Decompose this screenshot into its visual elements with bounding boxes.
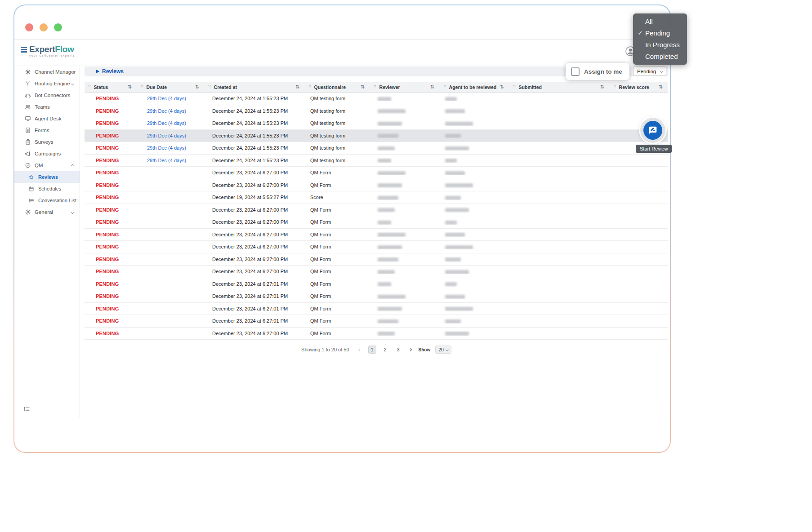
drag-handle-icon[interactable]: ⠿ xyxy=(88,85,91,89)
table-row[interactable]: PENDING December 23, 2024 at 6:27:00 PM … xyxy=(85,167,668,179)
column-header-created-at[interactable]: ⠿Created at ⇅ xyxy=(205,82,305,92)
menu-item-completed[interactable]: Completed xyxy=(633,51,687,62)
redacted-text xyxy=(445,282,457,286)
table-row[interactable]: PENDING December 23, 2024 at 6:27:00 PM … xyxy=(85,328,668,340)
table-row[interactable]: PENDING 29th Dec (4 days) December 24, 2… xyxy=(85,105,668,118)
table-row[interactable]: PENDING 29th Dec (4 days) December 24, 2… xyxy=(85,142,668,155)
table-row[interactable]: PENDING December 23, 2024 at 6:27:00 PM … xyxy=(85,179,668,192)
reviewer-cell xyxy=(370,207,440,213)
menu-item-all[interactable]: All xyxy=(633,16,687,27)
sort-icon[interactable]: ⇅ xyxy=(295,84,299,90)
column-header-due-date[interactable]: ⠿Due Date ⇅ xyxy=(137,82,205,92)
due-date-link[interactable]: 29th Dec (4 days) xyxy=(137,120,205,126)
table-row[interactable]: PENDING December 23, 2024 at 6:27:00 PM … xyxy=(85,229,668,241)
sidebar-item-agent-desk[interactable]: Agent Desk xyxy=(14,113,80,124)
sort-icon[interactable]: ⇅ xyxy=(600,84,604,90)
menu-item-label: All xyxy=(645,18,653,25)
reviewer-cell xyxy=(370,182,440,188)
assign-to-me-checkbox[interactable] xyxy=(571,67,580,76)
traffic-light-minimize[interactable] xyxy=(40,23,48,31)
sort-icon[interactable]: ⇅ xyxy=(361,84,365,90)
page-size-select[interactable]: 20 xyxy=(435,346,451,354)
column-header-questionnaire[interactable]: ⠿Questionnaire ⇅ xyxy=(305,82,370,92)
sort-icon[interactable]: ⇅ xyxy=(500,84,504,90)
page-button-2[interactable]: 2 xyxy=(381,346,389,354)
page-button-3[interactable]: 3 xyxy=(394,346,402,354)
sidebar-item-reviews[interactable]: Reviews xyxy=(14,171,80,183)
sidebar-item-surveys[interactable]: Surveys xyxy=(14,136,80,148)
drag-handle-icon[interactable]: ⠿ xyxy=(513,85,516,89)
breadcrumb[interactable]: Reviews xyxy=(96,68,124,75)
questionnaire-cell: QM Form xyxy=(305,293,370,299)
table-body: PENDING 29th Dec (4 days) December 24, 2… xyxy=(85,93,668,340)
sort-icon[interactable]: ⇅ xyxy=(128,84,132,90)
reviewer-cell xyxy=(370,318,440,324)
sidebar-item-label: Schedules xyxy=(38,186,61,191)
table-row[interactable]: PENDING 29th Dec (4 days) December 24, 2… xyxy=(85,155,668,167)
due-date-link[interactable]: 29th Dec (4 days) xyxy=(137,133,205,138)
created-at-cell: December 23, 2024 at 6:27:00 PM xyxy=(205,269,305,274)
reviewer-cell xyxy=(370,219,440,225)
redacted-text xyxy=(445,245,473,249)
page-button-1[interactable]: 1 xyxy=(368,346,376,354)
table-row[interactable]: PENDING 29th Dec (4 days) December 24, 2… xyxy=(85,117,668,130)
sidebar-item-bot-connectors[interactable]: Bot Connectors xyxy=(14,89,80,101)
sidebar-item-forms[interactable]: Forms xyxy=(14,124,80,136)
table-row[interactable]: PENDING December 23, 2024 at 6:27:01 PM … xyxy=(85,278,668,291)
next-page-button[interactable] xyxy=(407,346,414,353)
status-filter-select[interactable]: Pending xyxy=(633,66,666,76)
drag-handle-icon[interactable]: ⠿ xyxy=(374,85,377,89)
sidebar-collapse-icon[interactable] xyxy=(23,406,30,414)
sidebar-item-general[interactable]: General xyxy=(14,206,80,218)
table-row[interactable]: PENDING December 23, 2024 at 6:27:01 PM … xyxy=(85,290,668,303)
table-row[interactable]: PENDING December 23, 2024 at 6:27:00 PM … xyxy=(85,241,668,253)
sort-icon[interactable]: ⇅ xyxy=(430,84,434,90)
table-row[interactable]: PENDING December 23, 2024 at 6:27:00 PM … xyxy=(85,216,668,229)
table-row[interactable]: PENDING December 23, 2024 at 6:27:00 PM … xyxy=(85,204,668,217)
table-row[interactable]: PENDING December 23, 2024 at 6:27:01 PM … xyxy=(85,303,668,315)
column-header-status[interactable]: ⠿Status ⇅ xyxy=(85,82,137,92)
table-row[interactable]: PENDING December 23, 2024 at 6:27:00 PM … xyxy=(85,266,668,278)
traffic-light-zoom[interactable] xyxy=(54,23,62,31)
sidebar-item-teams[interactable]: Teams xyxy=(14,101,80,113)
status-cell: PENDING xyxy=(85,257,137,262)
due-date-link[interactable]: 29th Dec (4 days) xyxy=(137,108,205,114)
previous-page-button[interactable] xyxy=(357,346,363,353)
table-row[interactable]: PENDING 29th Dec (4 days) December 24, 2… xyxy=(85,93,668,105)
sidebar-item-conversation-list[interactable]: Conversation List xyxy=(14,195,80,206)
drag-handle-icon[interactable]: ⠿ xyxy=(613,85,616,89)
menu-item-in-progress[interactable]: In Progress xyxy=(633,39,687,51)
drag-handle-icon[interactable]: ⠿ xyxy=(443,85,446,89)
questionnaire-cell: QM Form xyxy=(305,306,370,311)
breadcrumb-arrow-icon xyxy=(96,70,99,73)
table-row[interactable]: PENDING 29th Dec (4 days) December 24, 2… xyxy=(85,130,668,142)
sort-icon[interactable]: ⇅ xyxy=(659,84,663,90)
chevron-down-icon xyxy=(71,210,74,213)
column-header-agent[interactable]: ⠿Agent to be reviewed ⇅ xyxy=(440,82,509,92)
due-date-link[interactable]: 29th Dec (4 days) xyxy=(137,96,205,101)
sidebar-item-channel-manager[interactable]: Channel Manager xyxy=(14,66,80,78)
traffic-light-close[interactable] xyxy=(25,23,33,31)
column-header-reviewer[interactable]: ⠿Reviewer ⇅ xyxy=(370,82,440,92)
chevron-down-icon xyxy=(71,82,74,85)
start-review-button[interactable] xyxy=(640,118,665,143)
table-row[interactable]: PENDING December 23, 2024 at 6:27:00 PM … xyxy=(85,253,668,266)
sidebar-item-routing-engine[interactable]: Routing Engine xyxy=(14,78,80,89)
menu-item-pending[interactable]: ✓ Pending xyxy=(633,27,687,39)
drag-handle-icon[interactable]: ⠿ xyxy=(308,85,312,89)
table-row[interactable]: PENDING December 23, 2024 at 6:27:01 PM … xyxy=(85,315,668,328)
drag-handle-icon[interactable]: ⠿ xyxy=(141,85,144,89)
due-date-link[interactable]: 29th Dec (4 days) xyxy=(137,158,205,163)
due-date-link[interactable]: 29th Dec (4 days) xyxy=(137,145,205,151)
redacted-text xyxy=(445,233,465,237)
sidebar-item-qm[interactable]: QM xyxy=(14,160,80,171)
sidebar-item-campaigns[interactable]: Campaigns xyxy=(14,148,80,160)
status-cell: PENDING xyxy=(85,306,137,311)
column-header-submitted[interactable]: ⠿Submitted ⇅ xyxy=(509,82,610,92)
drag-handle-icon[interactable]: ⠿ xyxy=(208,85,211,89)
table-row[interactable]: PENDING December 19, 2024 at 5:55:27 PM … xyxy=(85,191,668,204)
sidebar-item-schedules[interactable]: Schedules xyxy=(14,183,80,195)
created-at-cell: December 24, 2024 at 1:55:23 PM xyxy=(205,158,305,163)
column-header-review-score[interactable]: ⠿Review score ⇅ xyxy=(610,82,668,92)
sort-icon[interactable]: ⇅ xyxy=(195,84,199,90)
